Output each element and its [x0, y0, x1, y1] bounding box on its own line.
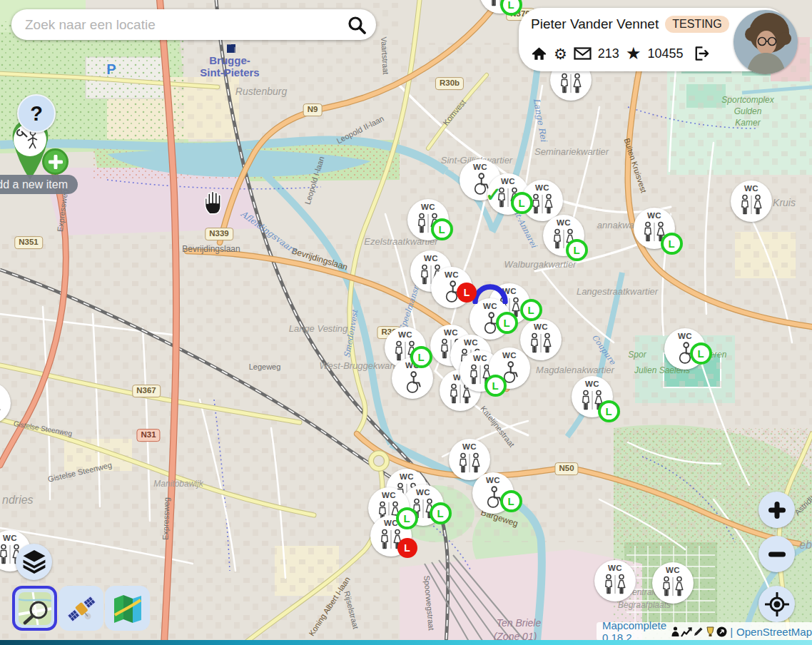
- search-icon[interactable]: [346, 14, 367, 36]
- map-label: Ten Briele: [497, 618, 542, 628]
- toilet-marker[interactable]: WCL: [543, 215, 584, 256]
- avatar[interactable]: [734, 10, 798, 74]
- layers-button[interactable]: [16, 544, 52, 580]
- basemap-mapstyle-button[interactable]: [105, 586, 150, 631]
- hand-cursor-icon: [199, 188, 225, 220]
- map-label: Smedenvest: [343, 310, 360, 359]
- toilet-marker[interactable]: WCL: [479, 0, 521, 14]
- toilet-marker[interactable]: WC: [731, 181, 772, 222]
- map-label: Langestraatkwartier: [577, 287, 658, 296]
- add-item-tooltip: re to add a new item: [0, 175, 78, 194]
- map-label: Spoorwegstraat: [422, 575, 435, 631]
- map-label: Leopold II-laan: [335, 115, 385, 146]
- bottom-theme-bar: [0, 640, 812, 645]
- map-label: Bevrijdingslaan: [290, 246, 348, 271]
- map-label: Gistelse Steenweg: [47, 461, 113, 483]
- pencil-icon[interactable]: [693, 626, 704, 637]
- map-label: Astridlaan: [793, 487, 812, 517]
- map-label: Afleidingsvaart: [239, 209, 298, 255]
- geolocate-button[interactable]: [758, 586, 795, 622]
- map-label: Sportcomplex: [721, 96, 773, 104]
- satellite-icon: [65, 592, 98, 625]
- opening-hours-badge: L: [661, 233, 683, 255]
- north-arrow-icon[interactable]: [716, 626, 727, 637]
- map-label: Manitobawijk: [153, 479, 203, 488]
- map-label: Spor: [628, 350, 646, 359]
- user-stats-icon[interactable]: [671, 626, 680, 637]
- map-label: Rijselstraat: [342, 590, 360, 629]
- star-icon: ★: [626, 45, 641, 62]
- map-label: ndries: [2, 494, 34, 506]
- testing-badge: TESTING: [665, 16, 729, 33]
- road-ref-badge: N9: [303, 103, 323, 116]
- crosshair-icon: [765, 592, 789, 616]
- map-label: Seminariekwartier: [534, 147, 609, 156]
- opening-hours-badge: L: [484, 375, 507, 397]
- basemap-switcher: [12, 586, 150, 631]
- toilet-marker[interactable]: WCL: [472, 472, 514, 514]
- stars-count[interactable]: 10455: [647, 46, 683, 61]
- add-new-item-button[interactable]: [42, 148, 68, 175]
- toilet-marker[interactable]: WCL: [407, 199, 449, 240]
- logout-icon[interactable]: [692, 45, 710, 62]
- opening-hours-badge: L: [431, 218, 453, 240]
- road-ref-badge: N339: [205, 228, 233, 240]
- minus-icon: [767, 544, 787, 564]
- map-label: Begraafplaats: [618, 601, 671, 609]
- opening-hours-badge: L: [410, 346, 432, 368]
- map-label: Vaartstraat: [380, 36, 390, 75]
- toilet-marker[interactable]: WCL: [634, 208, 675, 249]
- toilet-marker[interactable]: WCL: [664, 328, 706, 370]
- road-ref-badge: N367: [132, 385, 161, 397]
- map-label: eb: [799, 539, 812, 551]
- opening-hours-badge: L: [598, 400, 620, 422]
- search-bar: [11, 9, 376, 40]
- gear-icon[interactable]: ⚙: [554, 46, 567, 61]
- closed-clock-badge: L: [397, 538, 417, 558]
- award-icon[interactable]: [705, 626, 716, 637]
- zoom-out-button[interactable]: [758, 536, 795, 572]
- map-label: Expressweg: [161, 497, 171, 540]
- toilet-marker[interactable]: WC: [652, 562, 694, 604]
- basemap-satellite-button[interactable]: [59, 586, 103, 631]
- mail-icon[interactable]: [574, 47, 592, 60]
- map-label: P: [106, 62, 116, 76]
- opening-hours-badge: L: [500, 490, 522, 512]
- map-label: Bevrijdingslaan: [182, 245, 240, 253]
- map-label: Buiten Kruisvest: [622, 138, 647, 194]
- closed-clock-badge: L: [457, 283, 477, 303]
- map-label: Expressweg: [56, 189, 69, 233]
- toilet-marker[interactable]: WC: [0, 382, 11, 424]
- search-input[interactable]: [24, 16, 346, 34]
- messages-count[interactable]: 213: [598, 46, 619, 61]
- map-label: Lange Rei: [532, 98, 548, 143]
- toilet-marker[interactable]: WCL: [572, 376, 613, 417]
- opening-hours-badge: L: [520, 299, 542, 321]
- layers-icon: [22, 549, 46, 574]
- map-label: Sint-Pieters: [200, 67, 259, 78]
- opening-hours-badge: L: [396, 507, 418, 529]
- opening-hours-badge: L: [566, 239, 588, 261]
- map-label: Komvest: [442, 98, 467, 127]
- map-label: Coupure: [591, 333, 617, 366]
- toilet-marker[interactable]: WC: [594, 560, 636, 601]
- attribution-icons: [671, 626, 727, 637]
- attribution-bar: Mapcomplete 0.18.2 | OpenStreet: [597, 622, 812, 641]
- edits-chart-icon[interactable]: [681, 626, 692, 637]
- plus-icon: [767, 500, 787, 520]
- opening-hours-badge: L: [496, 312, 518, 334]
- map-annotations: Brugge-Sint-PietersRustenburgVaartstraat…: [0, 0, 812, 645]
- home-icon[interactable]: [531, 46, 547, 61]
- map-label: Leopold I-laan: [304, 156, 326, 205]
- zoom-in-button[interactable]: [758, 492, 795, 528]
- basemap-osm-button[interactable]: [12, 586, 57, 631]
- selected-marker-arc: [471, 283, 509, 307]
- help-button[interactable]: ?: [17, 94, 56, 133]
- opening-hours-badge: L: [511, 192, 533, 214]
- help-label: ?: [30, 102, 43, 126]
- map-label: Gistelse Steenweg: [13, 420, 73, 437]
- osm-attribution-link[interactable]: OpenStreetMap: [736, 626, 812, 638]
- road-ref-badge: N31: [136, 429, 160, 442]
- map-label: Walburgakwartier: [504, 260, 577, 269]
- map-label: Koning Albert I-laan: [308, 576, 352, 638]
